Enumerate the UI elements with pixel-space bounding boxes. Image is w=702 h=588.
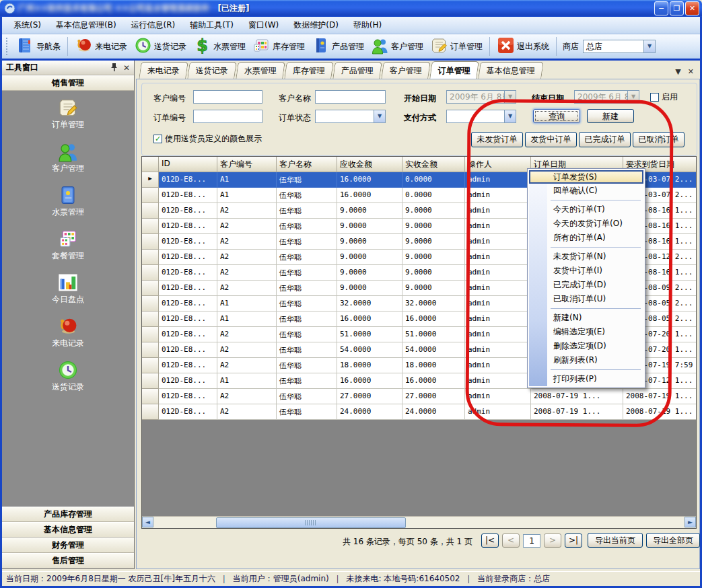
- row-selector[interactable]: [142, 389, 159, 404]
- table-row[interactable]: 012D-E8...A2伍华聪24.000024.0000admin2008-0…: [142, 404, 697, 420]
- row-selector[interactable]: [142, 296, 159, 311]
- context-menu-item[interactable]: 发货中订单(I): [529, 264, 643, 278]
- column-header[interactable]: 应收金额: [337, 157, 402, 172]
- row-selector[interactable]: [142, 373, 159, 389]
- checkbox-box[interactable]: [650, 93, 659, 102]
- column-header[interactable]: 操作人: [465, 157, 531, 172]
- toolbar-button[interactable]: $水票管理: [190, 35, 249, 58]
- chevron-down-icon[interactable]: ▼: [374, 110, 385, 122]
- tool-window-close-icon[interactable]: ✕: [123, 63, 130, 73]
- customer-code-input[interactable]: [193, 90, 262, 104]
- toolbar-button[interactable]: 送货记录: [131, 35, 190, 58]
- context-menu-item[interactable]: 新建(N): [529, 311, 643, 325]
- tab-送货记录[interactable]: 送货记录: [187, 62, 237, 79]
- toolbar-button[interactable]: 客户管理: [367, 35, 427, 58]
- first-page-button[interactable]: |<: [481, 534, 499, 548]
- row-selector[interactable]: [142, 265, 159, 281]
- sidebar-group-基本信息管理[interactable]: 基本信息管理: [2, 522, 134, 538]
- pin-icon[interactable]: [110, 63, 118, 73]
- toolbar-button[interactable]: 产品管理: [308, 35, 367, 58]
- order-code-input[interactable]: [193, 110, 262, 123]
- column-header[interactable]: 客户名称: [277, 157, 337, 172]
- scroll-right-icon[interactable]: ►: [685, 517, 696, 527]
- tab-产品管理[interactable]: 产品管理: [332, 62, 382, 79]
- status-filter-button[interactable]: 未发货订单: [471, 132, 523, 147]
- prev-page-button[interactable]: <: [502, 534, 520, 548]
- scrollbar-thumb[interactable]: [216, 517, 406, 528]
- toolbar-button[interactable]: 来电记录: [71, 35, 131, 58]
- order-status-select[interactable]: ▼: [315, 110, 386, 123]
- context-menu-item[interactable]: 今天的订单(T): [529, 203, 643, 217]
- toolbar-grip[interactable]: [6, 38, 10, 55]
- page-number-input[interactable]: [523, 534, 540, 548]
- next-page-button[interactable]: >: [544, 534, 561, 548]
- sidebar-item-水票管理[interactable]: 水票管理: [2, 184, 134, 227]
- checkbox-check-icon[interactable]: ✓: [153, 135, 162, 143]
- context-menu-item[interactable]: 删除选定项(D): [529, 339, 643, 353]
- context-menu-item[interactable]: 刷新列表(R): [529, 353, 643, 367]
- chevron-down-icon[interactable]: ▼: [643, 40, 655, 52]
- tab-close-icon[interactable]: ✕: [688, 67, 694, 76]
- row-selector[interactable]: ▶: [142, 172, 159, 188]
- enable-checkbox[interactable]: 启用: [650, 91, 678, 103]
- row-selector[interactable]: [142, 342, 159, 358]
- chevron-down-icon[interactable]: ▼: [627, 91, 639, 103]
- export-all-pages-button[interactable]: 导出全部页: [646, 533, 700, 548]
- context-menu-item[interactable]: 编辑选定项(E): [529, 325, 643, 339]
- start-date-picker[interactable]: 2009年 6月 8日▼: [446, 90, 516, 104]
- pay-method-select[interactable]: ▼: [446, 110, 516, 123]
- scroll-left-icon[interactable]: ◄: [142, 517, 153, 527]
- menu-item[interactable]: 数据维护(D): [286, 17, 346, 34]
- context-menu-item[interactable]: 回单确认(C): [529, 184, 643, 198]
- tab-来电记录[interactable]: 来电记录: [139, 62, 188, 79]
- context-menu-item[interactable]: 未发货订单(N): [529, 250, 643, 264]
- status-filter-button[interactable]: 已取消订单: [633, 132, 685, 147]
- status-filter-button[interactable]: 已完成订单: [579, 132, 631, 147]
- menu-item[interactable]: 基本信息管理(B): [48, 17, 124, 34]
- tab-客户管理[interactable]: 客户管理: [381, 62, 431, 79]
- row-selector[interactable]: [142, 327, 159, 342]
- new-button[interactable]: 新建: [587, 109, 634, 123]
- toolbar-button[interactable]: 库存管理: [249, 35, 308, 58]
- sidebar-item-送货记录[interactable]: 送货记录: [2, 359, 134, 402]
- row-selector[interactable]: [142, 250, 159, 265]
- query-button[interactable]: 查询: [533, 109, 580, 123]
- sidebar-item-今日盘点[interactable]: 今日盘点: [2, 272, 134, 314]
- last-page-button[interactable]: >|: [565, 534, 582, 548]
- sidebar-group-产品库存管理[interactable]: 产品库存管理: [2, 507, 134, 522]
- context-menu-item[interactable]: 已完成订单(D): [529, 278, 643, 292]
- sidebar-item-客户管理[interactable]: 客户管理: [2, 141, 134, 183]
- row-selector[interactable]: [142, 203, 159, 219]
- table-row[interactable]: 012D-E8...A2伍华聪27.000027.0000admin2008-0…: [142, 389, 697, 404]
- color-display-checkbox[interactable]: ✓ 使用送货员定义的颜色展示: [153, 133, 262, 145]
- row-selector[interactable]: [142, 188, 159, 203]
- column-header[interactable]: ID: [159, 157, 217, 172]
- sidebar-item-套餐管理[interactable]: 套餐管理: [2, 228, 134, 270]
- sidebar-item-订单管理[interactable]: 订单管理: [2, 97, 134, 139]
- close-button[interactable]: ✕: [685, 1, 699, 15]
- customer-name-input[interactable]: [315, 90, 386, 104]
- maximize-button[interactable]: ❐: [670, 1, 684, 15]
- end-date-picker[interactable]: 2009年 6月 8日▼: [574, 90, 639, 104]
- tab-库存管理[interactable]: 库存管理: [284, 62, 334, 79]
- row-selector[interactable]: [142, 234, 159, 250]
- minimize-button[interactable]: ─: [654, 1, 668, 15]
- row-selector[interactable]: [142, 404, 159, 420]
- export-current-page-button[interactable]: 导出当前页: [588, 533, 643, 548]
- toolbar-button[interactable]: 订单管理: [427, 35, 486, 58]
- row-selector[interactable]: [142, 281, 159, 296]
- menu-item[interactable]: 系统(S): [6, 17, 48, 34]
- chevron-down-icon[interactable]: ▼: [504, 91, 516, 103]
- menu-item[interactable]: 辅助工具(T): [182, 17, 241, 34]
- status-filter-button[interactable]: 发货中订单: [525, 132, 577, 147]
- tab-水票管理[interactable]: 水票管理: [236, 62, 285, 79]
- context-menu-item[interactable]: 所有的订单(A): [529, 231, 643, 245]
- menu-item[interactable]: 帮助(H): [346, 17, 389, 34]
- context-menu-item[interactable]: 订单发货(S): [529, 170, 643, 184]
- column-header[interactable]: 实收金额: [402, 157, 465, 172]
- tab-基本信息管理[interactable]: 基本信息管理: [478, 62, 544, 79]
- chevron-down-icon[interactable]: ▼: [504, 110, 516, 122]
- row-selector[interactable]: [142, 311, 159, 327]
- row-selector[interactable]: [142, 358, 159, 373]
- sidebar-group-财务管理[interactable]: 财务管理: [2, 538, 134, 553]
